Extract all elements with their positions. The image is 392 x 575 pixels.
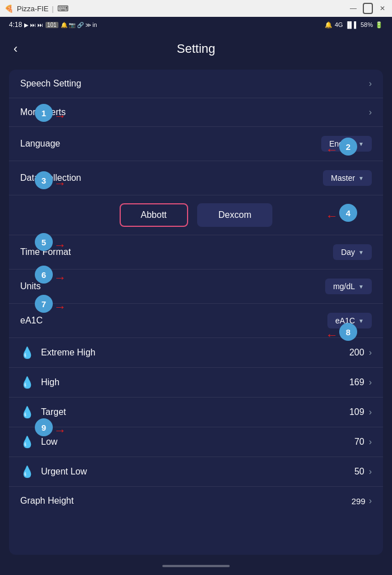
app-screen: ‹ Setting Speech Setting › More Alerts ›… [0, 33, 392, 575]
extreme-high-value: 200 [349, 348, 364, 358]
low-right: 70 › [354, 437, 372, 447]
units-arrow: ▼ [358, 284, 364, 290]
close-button[interactable]: ✕ [377, 3, 388, 13]
more-alerts-chevron: › [369, 107, 372, 117]
time-format-dropdown[interactable]: Day ▼ [333, 244, 372, 260]
target-icon: 💧 [20, 405, 34, 419]
title-bar: 🍕 Pizza-FIE | ⌨ — ✕ [0, 0, 392, 17]
extreme-high-right: 200 › [349, 348, 372, 358]
wifi-icon: 🔔 [325, 21, 332, 29]
extreme-high-chevron: › [369, 348, 372, 358]
high-right: 169 › [349, 377, 372, 387]
speech-setting-chevron: › [369, 79, 372, 89]
language-dropdown[interactable]: English ▼ [321, 136, 372, 152]
target-chevron: › [369, 407, 372, 417]
signal-bars: ▐▌▌ [345, 21, 358, 28]
low-label: Low [41, 437, 57, 447]
urgent-low-right: 50 › [354, 467, 372, 477]
urgent-low-label: Urgent Low [41, 467, 87, 477]
back-button[interactable]: ‹ [11, 39, 20, 58]
high-chevron: › [369, 377, 372, 387]
urgent-low-icon: 💧 [20, 465, 34, 478]
page-title: Setting [177, 42, 216, 56]
units-value: mg/dL [333, 282, 355, 291]
abbott-button[interactable]: Abbott [120, 203, 188, 227]
graph-height-label: Graph Height [20, 496, 74, 506]
target-row[interactable]: 💧 Target 109 › [9, 398, 383, 427]
status-icons: 🔔 📷 🔗 ≫ in [61, 22, 97, 28]
target-value: 109 [349, 407, 364, 417]
high-left: 💧 High [20, 376, 60, 389]
notification-count: 101 [45, 22, 58, 28]
bottom-bar [0, 559, 392, 575]
ea1c-arrow: ▼ [358, 318, 364, 324]
title-bar-controls: — ✕ [348, 3, 388, 13]
urgent-low-value: 50 [354, 467, 364, 477]
maximize-button[interactable] [363, 3, 373, 13]
time-format-value: Day [341, 248, 355, 257]
phone-wrapper: 🍕 Pizza-FIE | ⌨ — ✕ 4:18 ▶ ⏭ ⏭ 101 🔔 📷 🔗… [0, 0, 392, 575]
language-label: Language [20, 139, 60, 149]
data-collection-row: Data Collection Master ▼ [9, 161, 383, 195]
graph-height-row[interactable]: Graph Height 299 › [9, 487, 383, 515]
data-collection-value: Master [331, 174, 355, 182]
units-row: Units mg/dL ▼ [9, 270, 383, 304]
ea1c-row: eA1C eA1C ▼ [9, 304, 383, 338]
graph-height-chevron: › [369, 496, 372, 506]
low-left: 💧 Low [20, 435, 57, 449]
speech-setting-label: Speech Setting [20, 79, 81, 89]
maximize-icon [363, 3, 373, 14]
low-icon: 💧 [20, 435, 34, 449]
ea1c-value: eA1C [335, 316, 355, 325]
clock: 4:18 [9, 21, 22, 29]
ea1c-label: eA1C [20, 316, 43, 326]
more-alerts-label: More Alerts [20, 107, 66, 117]
graph-height-value-group: 299 › [352, 496, 372, 506]
settings-container: Speech Setting › More Alerts › Language … [9, 70, 383, 555]
extreme-high-label: Extreme High [41, 348, 95, 358]
ea1c-dropdown[interactable]: eA1C ▼ [327, 313, 372, 328]
urgent-low-left: 💧 Urgent Low [20, 465, 87, 478]
keyboard-icon: ⌨ [57, 4, 69, 13]
app-title: Pizza-FIE [17, 4, 48, 13]
nav-indicator [162, 565, 230, 567]
language-value: English [329, 139, 355, 148]
status-time: 4:18 ▶ ⏭ ⏭ 101 🔔 📷 🔗 ≫ in [9, 21, 97, 29]
app-header: ‹ Setting [0, 33, 392, 65]
title-bar-divider: | [52, 4, 53, 13]
target-left: 💧 Target [20, 405, 66, 419]
high-icon: 💧 [20, 376, 34, 389]
high-label: High [41, 377, 60, 387]
graph-height-value: 299 [352, 496, 366, 506]
signal-text: 4G [335, 21, 343, 28]
battery-icon: 🔋 [375, 21, 383, 29]
time-format-row: Time Format Day ▼ [9, 235, 383, 270]
urgent-low-row[interactable]: 💧 Urgent Low 50 › [9, 457, 383, 487]
more-alerts-row[interactable]: More Alerts › [9, 98, 383, 127]
battery-text: 58% [361, 21, 373, 28]
speech-setting-row[interactable]: Speech Setting › [9, 70, 383, 98]
title-bar-left: 🍕 Pizza-FIE | ⌨ [4, 4, 69, 13]
low-value: 70 [354, 437, 364, 447]
data-collection-arrow: ▼ [358, 175, 364, 181]
units-dropdown[interactable]: mg/dL ▼ [325, 279, 372, 294]
language-dropdown-arrow: ▼ [358, 141, 364, 147]
low-chevron: › [369, 437, 372, 447]
extreme-high-row[interactable]: 💧 Extreme High 200 › [9, 338, 383, 368]
time-format-label: Time Format [20, 247, 71, 257]
dexcom-button[interactable]: Dexcom [197, 203, 273, 227]
low-row[interactable]: 💧 Low 70 › [9, 427, 383, 457]
extreme-high-left: 💧 Extreme High [20, 346, 95, 359]
urgent-low-chevron: › [369, 467, 372, 477]
data-collection-dropdown[interactable]: Master ▼ [323, 170, 372, 186]
extreme-high-icon: 💧 [20, 346, 34, 359]
units-label: Units [20, 281, 40, 291]
media-icons: ▶ ⏭ ⏭ [24, 22, 43, 28]
status-bar: 4:18 ▶ ⏭ ⏭ 101 🔔 📷 🔗 ≫ in 🔔 4G ▐▌▌ 58% 🔋 [0, 17, 392, 33]
language-row: Language English ▼ [9, 127, 383, 161]
minimize-button[interactable]: — [348, 3, 358, 13]
high-row[interactable]: 💧 High 169 › [9, 368, 383, 398]
target-label: Target [41, 407, 66, 417]
status-indicators: 🔔 4G ▐▌▌ 58% 🔋 [325, 21, 383, 29]
brand-buttons-row: Abbott Dexcom [9, 195, 383, 235]
